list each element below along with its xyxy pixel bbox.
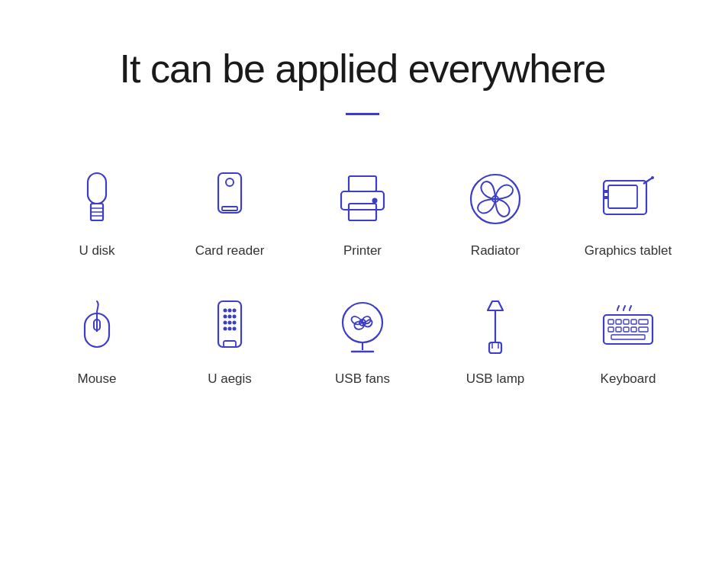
radiator-label: Radiator: [471, 243, 520, 259]
svg-rect-19: [604, 196, 608, 199]
svg-rect-0: [88, 173, 106, 204]
svg-rect-9: [341, 191, 384, 210]
svg-point-7: [226, 178, 234, 186]
page-title: It can be applied everywhere: [120, 46, 606, 92]
svg-point-28: [228, 315, 232, 319]
item-u-aegis: U aegis: [163, 281, 296, 402]
item-graphics-tablet: Graphics tablet: [562, 153, 694, 274]
item-printer: Printer: [296, 153, 429, 274]
page: It can be applied everywhere U disk: [0, 0, 725, 588]
usb-fans-icon: [332, 297, 393, 358]
svg-point-27: [224, 315, 227, 319]
svg-rect-8: [349, 176, 376, 191]
svg-rect-47: [616, 320, 621, 324]
usb-lamp-label: USB lamp: [466, 371, 525, 387]
graphics-tablet-icon: [598, 169, 659, 230]
svg-rect-18: [604, 190, 608, 193]
icon-row-2: Mouse: [31, 281, 694, 402]
graphics-tablet-label: Graphics tablet: [585, 243, 672, 259]
svg-rect-53: [624, 327, 629, 332]
svg-rect-48: [624, 320, 629, 324]
card-reader-icon: [199, 169, 260, 230]
svg-rect-49: [631, 320, 636, 324]
svg-rect-15: [608, 185, 637, 208]
u-aegis-icon: [199, 297, 260, 358]
radiator-icon: [465, 169, 526, 230]
svg-rect-42: [489, 342, 501, 353]
mouse-icon: [66, 297, 127, 358]
svg-point-30: [224, 321, 227, 325]
u-disk-label: U disk: [79, 243, 114, 259]
svg-rect-56: [611, 335, 645, 339]
item-usb-lamp: USB lamp: [429, 281, 562, 402]
svg-point-31: [228, 321, 232, 325]
item-usb-fans: USB fans: [296, 281, 429, 402]
svg-rect-51: [608, 327, 614, 332]
usb-lamp-icon: [465, 297, 526, 358]
item-u-disk: U disk: [31, 153, 163, 274]
printer-icon: [332, 169, 393, 230]
svg-point-25: [228, 309, 232, 313]
svg-point-17: [651, 176, 654, 179]
item-keyboard: Keyboard: [562, 281, 694, 402]
svg-rect-55: [639, 327, 648, 332]
u-disk-icon: [66, 169, 127, 230]
item-radiator: Radiator: [429, 153, 562, 274]
svg-rect-50: [639, 320, 648, 324]
svg-point-32: [233, 321, 237, 325]
svg-point-34: [228, 327, 232, 331]
svg-point-35: [233, 327, 237, 331]
usb-fans-label: USB fans: [335, 371, 390, 387]
svg-rect-52: [616, 327, 621, 332]
svg-point-24: [224, 309, 227, 313]
svg-rect-10: [349, 204, 376, 220]
svg-rect-6: [222, 207, 237, 210]
printer-label: Printer: [343, 243, 382, 259]
item-mouse: Mouse: [31, 281, 163, 402]
svg-point-11: [372, 198, 378, 204]
svg-point-29: [233, 315, 237, 319]
svg-point-26: [233, 309, 237, 313]
svg-rect-46: [608, 320, 614, 324]
title-divider: [346, 113, 379, 115]
keyboard-icon: [598, 297, 659, 358]
icon-row-1: U disk Card reader: [31, 153, 694, 274]
svg-rect-36: [224, 341, 236, 347]
svg-point-33: [224, 327, 227, 331]
svg-rect-54: [631, 327, 636, 332]
mouse-label: Mouse: [77, 371, 116, 387]
item-card-reader: Card reader: [163, 153, 296, 274]
card-reader-label: Card reader: [195, 243, 265, 259]
keyboard-label: Keyboard: [601, 371, 656, 387]
u-aegis-label: U aegis: [208, 371, 252, 387]
